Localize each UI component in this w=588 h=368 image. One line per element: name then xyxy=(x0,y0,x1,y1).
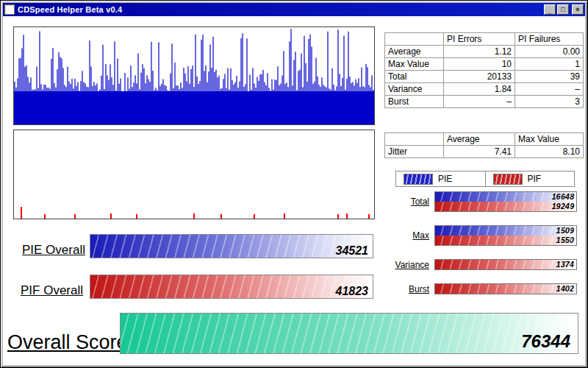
table-row: Jitter 7.41 8.10 xyxy=(385,146,584,158)
table-cell: 1 xyxy=(515,58,584,71)
row-label: Max Value xyxy=(385,58,444,71)
table-row: Variance 1.84 – xyxy=(385,83,584,96)
maximize-button[interactable]: □ xyxy=(557,4,569,15)
row-label: Total xyxy=(385,71,444,83)
metric-burst: Burst 1402 xyxy=(370,283,581,294)
metric-value: 16648 xyxy=(551,192,574,202)
minimize-button[interactable]: _ xyxy=(544,4,556,15)
window-title: CDSpeed Helper Beta v0.4 xyxy=(18,5,544,14)
pi-failures-chart xyxy=(13,130,375,219)
column-header-pi-failures: PI Failures xyxy=(515,33,584,46)
table-cell: 7.41 xyxy=(444,146,515,158)
total-bars: 16648 19249 xyxy=(434,191,577,212)
column-header-max-value: Max Value xyxy=(515,133,584,146)
metric-value: 1374 xyxy=(556,260,574,269)
variance-pif-bar: 1374 xyxy=(435,260,576,269)
max-pie-bar: 1509 xyxy=(435,226,576,236)
app-icon xyxy=(4,4,15,15)
pie-overall-value: 34521 xyxy=(336,244,369,258)
burst-pif-bar: 1402 xyxy=(435,284,576,294)
metric-value: 1550 xyxy=(556,236,574,245)
table-cell: 3 xyxy=(515,96,584,108)
column-header-pi-errors: PI Errors xyxy=(444,33,515,46)
close-icon: × xyxy=(576,6,579,13)
max-bars: 1509 1550 xyxy=(434,225,577,246)
pif-overall-label: PIF Overall xyxy=(21,283,83,298)
app-window: CDSpeed Helper Beta v0.4 _ □ × PI Errors… xyxy=(0,0,588,368)
window-controls: _ □ × xyxy=(544,4,584,15)
row-label: Burst xyxy=(385,96,444,108)
total-pie-bar: 16648 xyxy=(435,192,576,202)
metric-label: Burst xyxy=(370,284,434,294)
pi-stats-table: PI Errors PI Failures Average 1.12 0.00 … xyxy=(384,32,584,108)
table-cell: 0.00 xyxy=(515,46,584,58)
pif-swatch-icon xyxy=(493,174,523,185)
metric-value: 1509 xyxy=(556,226,574,236)
table-cell: – xyxy=(444,96,515,108)
pi-errors-histogram xyxy=(13,26,375,125)
row-label: Jitter xyxy=(385,146,444,158)
burst-bars: 1402 xyxy=(434,283,577,294)
table-cell: 8.10 xyxy=(515,146,584,158)
close-button[interactable]: × xyxy=(572,4,584,15)
row-label: Variance xyxy=(385,83,444,96)
table-row: Total 20133 39 xyxy=(385,71,584,83)
column-header-average: Average xyxy=(444,133,515,146)
table-row: Burst – 3 xyxy=(385,96,584,108)
legend-label: PIF xyxy=(528,174,542,184)
titlebar: CDSpeed Helper Beta v0.4 _ □ × xyxy=(3,3,585,16)
metric-label: Max xyxy=(370,230,434,241)
table-cell: 1.12 xyxy=(444,46,515,58)
table-row: Average Max Value xyxy=(385,133,584,146)
legend-item-pif: PIF xyxy=(485,171,575,186)
client-area: PI Errors PI Failures Average 1.12 0.00 … xyxy=(3,16,585,365)
table-row: PI Errors PI Failures xyxy=(385,33,584,46)
metric-variance: Variance 1374 xyxy=(370,259,581,270)
legend-item-pie: PIE xyxy=(396,171,485,186)
max-pif-bar: 1550 xyxy=(435,236,576,245)
metric-label: Total xyxy=(370,197,434,207)
table-cell xyxy=(385,33,444,46)
row-label: Average xyxy=(385,46,444,58)
variance-bars: 1374 xyxy=(434,259,577,270)
minimize-icon: _ xyxy=(548,7,551,15)
pif-overall-value: 41823 xyxy=(336,285,369,298)
overall-score-label: Overall Score xyxy=(7,331,128,354)
table-cell: 1.84 xyxy=(444,83,515,96)
pie-overall-bar: 34521 xyxy=(90,234,373,258)
pie-overall-label: PIE Overall xyxy=(22,243,85,258)
metric-total: Total 16648 19249 xyxy=(370,191,581,212)
total-pif-bar: 19249 xyxy=(435,202,576,211)
table-cell: 10 xyxy=(444,58,515,71)
jitter-table: Average Max Value Jitter 7.41 8.10 xyxy=(384,132,584,158)
table-row: Max Value 10 1 xyxy=(385,58,584,71)
metric-value: 1402 xyxy=(556,284,574,294)
pie-swatch-icon xyxy=(404,174,433,185)
metric-value: 19249 xyxy=(551,202,574,211)
overall-score-value: 76344 xyxy=(521,331,570,352)
metric-label: Variance xyxy=(370,260,434,270)
table-cell xyxy=(385,133,444,146)
pif-overall-bar: 41823 xyxy=(90,275,373,299)
table-cell: 39 xyxy=(515,71,584,83)
table-row: Average 1.12 0.00 xyxy=(385,46,584,58)
metric-max: Max 1509 1550 xyxy=(370,225,581,246)
legend-label: PIE xyxy=(438,174,452,184)
table-cell: 20133 xyxy=(444,71,515,83)
table-cell: – xyxy=(515,83,584,96)
legend: PIE PIF xyxy=(395,171,575,187)
side-metrics: Total 16648 19249 Max 1509 1550 Variance… xyxy=(370,191,581,308)
overall-score-bar: 76344 xyxy=(120,313,578,354)
maximize-icon: □ xyxy=(561,6,564,13)
